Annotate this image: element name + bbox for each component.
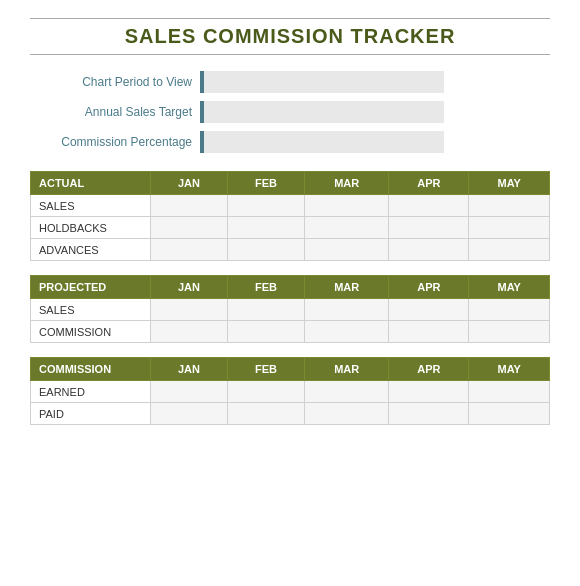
table-commission-row-0-cell-2[interactable] xyxy=(304,381,389,403)
header-rule-top xyxy=(30,18,550,19)
table-projected-col-4: MAY xyxy=(469,276,550,299)
table-row: SALES xyxy=(31,195,550,217)
table-actual-col-0: JAN xyxy=(151,172,228,195)
table-projected-col-1: FEB xyxy=(227,276,304,299)
table-commission-col-2: MAR xyxy=(304,358,389,381)
table-commission-header: COMMISSION xyxy=(31,358,151,381)
table-row: SALES xyxy=(31,299,550,321)
table-actual-col-2: MAR xyxy=(304,172,389,195)
settings-row-2: Commission Percentage xyxy=(30,131,550,153)
settings-row-1: Annual Sales Target xyxy=(30,101,550,123)
table-projected-col-0: JAN xyxy=(151,276,228,299)
header-rule-bottom xyxy=(30,54,550,55)
table-actual-col-1: FEB xyxy=(227,172,304,195)
table-projected-row-0-cell-4[interactable] xyxy=(469,299,550,321)
table-actual-col-4: MAY xyxy=(469,172,550,195)
table-actual-row-1-cell-0[interactable] xyxy=(151,217,228,239)
table-row: PAID xyxy=(31,403,550,425)
table-projected-col-2: MAR xyxy=(304,276,389,299)
settings-input-wrapper-2 xyxy=(200,131,444,153)
table-projected-row-0-cell-1[interactable] xyxy=(227,299,304,321)
settings-input-0[interactable] xyxy=(204,71,444,93)
table-actual: ACTUALJANFEBMARAPRMAYSALESHOLDBACKSADVAN… xyxy=(30,171,550,261)
table-actual-row-0-cell-2[interactable] xyxy=(304,195,389,217)
table-projected-row-1-cell-2[interactable] xyxy=(304,321,389,343)
table-commission-row-0-cell-0[interactable] xyxy=(151,381,228,403)
table-actual-row-1-label: HOLDBACKS xyxy=(31,217,151,239)
table-projected-row-0-label: SALES xyxy=(31,299,151,321)
settings-label-1: Annual Sales Target xyxy=(30,105,200,119)
table-projected-col-3: APR xyxy=(389,276,469,299)
table-row: ADVANCES xyxy=(31,239,550,261)
settings-input-wrapper-1 xyxy=(200,101,444,123)
table-commission-row-1-cell-0[interactable] xyxy=(151,403,228,425)
settings-input-2[interactable] xyxy=(204,131,444,153)
table-commission: COMMISSIONJANFEBMARAPRMAYEARNEDPAID xyxy=(30,357,550,425)
table-projected: PROJECTEDJANFEBMARAPRMAYSALESCOMMISSION xyxy=(30,275,550,343)
table-commission-row-1-cell-3[interactable] xyxy=(389,403,469,425)
table-actual-row-0-cell-0[interactable] xyxy=(151,195,228,217)
table-actual-col-3: APR xyxy=(389,172,469,195)
table-actual-row-2-cell-3[interactable] xyxy=(389,239,469,261)
table-actual-row-1-cell-3[interactable] xyxy=(389,217,469,239)
settings-label-2: Commission Percentage xyxy=(30,135,200,149)
table-commission-row-0-cell-4[interactable] xyxy=(469,381,550,403)
table-commission-col-1: FEB xyxy=(227,358,304,381)
table-actual-row-2-cell-4[interactable] xyxy=(469,239,550,261)
settings-input-wrapper-0 xyxy=(200,71,444,93)
table-actual-row-2-cell-0[interactable] xyxy=(151,239,228,261)
table-projected-row-1-label: COMMISSION xyxy=(31,321,151,343)
table-commission-row-0-cell-3[interactable] xyxy=(389,381,469,403)
table-section-projected: PROJECTEDJANFEBMARAPRMAYSALESCOMMISSION xyxy=(30,275,550,343)
table-section-commission: COMMISSIONJANFEBMARAPRMAYEARNEDPAID xyxy=(30,357,550,425)
table-row: HOLDBACKS xyxy=(31,217,550,239)
table-actual-row-2-cell-1[interactable] xyxy=(227,239,304,261)
settings-label-0: Chart Period to View xyxy=(30,75,200,89)
page-container: SALES COMMISSION TRACKER Chart Period to… xyxy=(0,0,580,586)
table-projected-row-1-cell-4[interactable] xyxy=(469,321,550,343)
table-commission-row-1-cell-2[interactable] xyxy=(304,403,389,425)
tables-container: ACTUALJANFEBMARAPRMAYSALESHOLDBACKSADVAN… xyxy=(30,171,550,425)
settings-section: Chart Period to ViewAnnual Sales TargetC… xyxy=(30,71,550,153)
table-actual-row-0-cell-1[interactable] xyxy=(227,195,304,217)
settings-row-0: Chart Period to View xyxy=(30,71,550,93)
table-actual-row-0-cell-4[interactable] xyxy=(469,195,550,217)
table-commission-row-1-cell-1[interactable] xyxy=(227,403,304,425)
table-commission-row-1-label: PAID xyxy=(31,403,151,425)
table-projected-row-1-cell-0[interactable] xyxy=(151,321,228,343)
table-commission-col-4: MAY xyxy=(469,358,550,381)
table-actual-row-1-cell-4[interactable] xyxy=(469,217,550,239)
page-title: SALES COMMISSION TRACKER xyxy=(30,25,550,48)
table-commission-row-0-label: EARNED xyxy=(31,381,151,403)
table-commission-row-1-cell-4[interactable] xyxy=(469,403,550,425)
table-commission-col-0: JAN xyxy=(151,358,228,381)
table-projected-row-1-cell-1[interactable] xyxy=(227,321,304,343)
table-commission-col-3: APR xyxy=(389,358,469,381)
table-projected-row-0-cell-0[interactable] xyxy=(151,299,228,321)
table-actual-row-0-label: SALES xyxy=(31,195,151,217)
table-actual-row-1-cell-1[interactable] xyxy=(227,217,304,239)
table-row: COMMISSION xyxy=(31,321,550,343)
table-actual-row-1-cell-2[interactable] xyxy=(304,217,389,239)
table-projected-row-1-cell-3[interactable] xyxy=(389,321,469,343)
settings-input-1[interactable] xyxy=(204,101,444,123)
table-section-actual: ACTUALJANFEBMARAPRMAYSALESHOLDBACKSADVAN… xyxy=(30,171,550,261)
table-commission-row-0-cell-1[interactable] xyxy=(227,381,304,403)
table-row: EARNED xyxy=(31,381,550,403)
table-actual-row-0-cell-3[interactable] xyxy=(389,195,469,217)
table-actual-row-2-cell-2[interactable] xyxy=(304,239,389,261)
table-actual-row-2-label: ADVANCES xyxy=(31,239,151,261)
table-actual-header: ACTUAL xyxy=(31,172,151,195)
table-projected-row-0-cell-3[interactable] xyxy=(389,299,469,321)
table-projected-header: PROJECTED xyxy=(31,276,151,299)
table-projected-row-0-cell-2[interactable] xyxy=(304,299,389,321)
